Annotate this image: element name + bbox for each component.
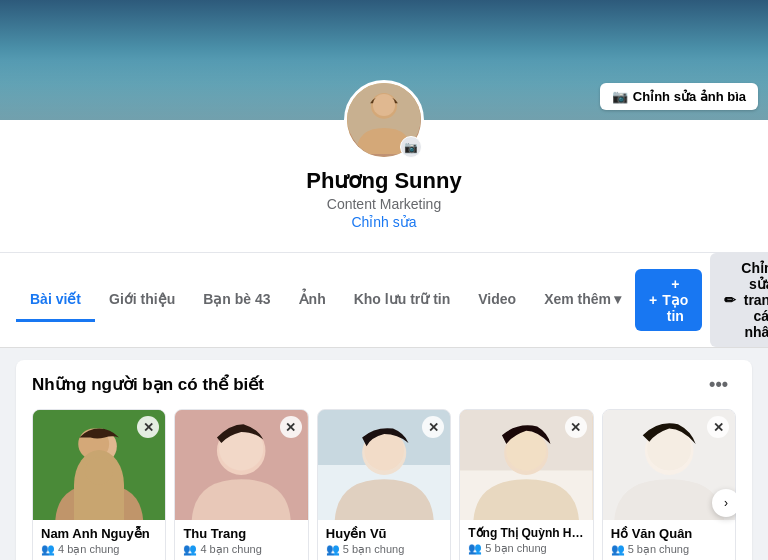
suggestions-more-button[interactable]: •••	[701, 372, 736, 397]
tab-friends[interactable]: Bạn bè 43	[189, 279, 284, 322]
remove-friend-5-button[interactable]: ✕	[707, 416, 729, 438]
next-suggestions-button[interactable]: ›	[712, 489, 736, 517]
friend-card: ✕ Huyền Vũ 👥 5 bạn chung + Thêm bạn bè	[317, 409, 451, 560]
avatar-camera-button[interactable]: 📷	[400, 136, 422, 158]
create-story-label: + Tạo tin	[662, 276, 688, 324]
friend-card: ✕ Thu Trang 👥 4 bạn chung + Thêm bạn bè	[174, 409, 308, 560]
profile-edit-link[interactable]: Chỉnh sửa	[351, 214, 416, 230]
profile-name: Phương Sunny	[306, 168, 461, 194]
edit-cover-label: Chỉnh sửa ảnh bìa	[633, 89, 746, 104]
friend-info-4: Tống Thị Quỳnh Hương 👥 5 bạn chung + Thê…	[460, 520, 592, 560]
pencil-icon: ✏	[724, 292, 736, 308]
profile-actions: + + Tạo tin ✏ Chỉnh sửa trang cá nhân ..…	[635, 253, 768, 347]
avatar-wrapper: 📷	[344, 80, 424, 160]
friend-info-5: Hồ Văn Quân 👥 5 bạn chung + Thêm bạn bè	[603, 520, 735, 560]
tab-reels[interactable]: Kho lưu trữ tin	[340, 279, 465, 322]
friend-name-4: Tống Thị Quỳnh Hương	[468, 526, 584, 540]
profile-bio: Content Marketing	[327, 196, 441, 212]
mutual-icon: 👥	[183, 543, 197, 556]
mutual-icon: 👥	[468, 542, 482, 555]
profile-nav: Bài viết Giới thiệu Bạn bè 43 Ảnh Kho lư…	[0, 252, 768, 347]
suggestions-section: Những người bạn có thể biết ••• ✕	[16, 360, 752, 560]
friend-mutual-4: 👥 5 bạn chung	[468, 542, 584, 555]
edit-cover-button[interactable]: 📷 Chỉnh sửa ảnh bìa	[600, 83, 758, 110]
friend-name-2: Thu Trang	[183, 526, 299, 541]
tab-posts[interactable]: Bài viết	[16, 279, 95, 322]
remove-friend-2-button[interactable]: ✕	[280, 416, 302, 438]
camera-icon: 📷	[612, 89, 628, 104]
tab-about[interactable]: Giới thiệu	[95, 279, 189, 322]
friend-mutual-5: 👥 5 bạn chung	[611, 543, 727, 556]
friend-card: ✕ Tống Thị Quỳnh Hương 👥 5 bạn chung + T…	[459, 409, 593, 560]
create-story-button[interactable]: + + Tạo tin	[635, 269, 702, 331]
plus-icon: +	[649, 292, 657, 308]
nav-tabs: Bài viết Giới thiệu Bạn bè 43 Ảnh Kho lư…	[16, 279, 635, 322]
friend-mutual-3: 👥 5 bạn chung	[326, 543, 442, 556]
edit-profile-label: Chỉnh sửa trang cá nhân	[741, 260, 768, 340]
friend-name-3: Huyền Vũ	[326, 526, 442, 541]
friend-mutual-1: 👥 4 bạn chung	[41, 543, 157, 556]
tab-photos[interactable]: Ảnh	[285, 279, 340, 322]
profile-section: 📷 Phương Sunny Content Marketing Chỉnh s…	[0, 120, 768, 348]
friend-mutual-2: 👥 4 bạn chung	[183, 543, 299, 556]
friend-info-2: Thu Trang 👥 4 bạn chung + Thêm bạn bè	[175, 520, 307, 560]
friend-card: ✕ Hồ Văn Quân 👥 5 bạn chung + Thêm bạn b…	[602, 409, 736, 560]
suggestions-title: Những người bạn có thể biết	[32, 374, 264, 395]
mutual-icon: 👥	[326, 543, 340, 556]
tab-more[interactable]: Xem thêm ▾	[530, 279, 635, 322]
friend-name-1: Nam Anh Nguyễn	[41, 526, 157, 541]
profile-header: 📷 Phương Sunny Content Marketing Chỉnh s…	[0, 120, 768, 242]
mutual-icon: 👥	[611, 543, 625, 556]
friend-name-5: Hồ Văn Quân	[611, 526, 727, 541]
remove-friend-4-button[interactable]: ✕	[565, 416, 587, 438]
mutual-icon: 👥	[41, 543, 55, 556]
main-content: Những người bạn có thể biết ••• ✕	[0, 348, 768, 560]
suggestions-header: Những người bạn có thể biết •••	[32, 372, 736, 397]
friend-info-1: Nam Anh Nguyễn 👥 4 bạn chung + Thêm bạn …	[33, 520, 165, 560]
friend-card: ✕ Nam Anh Nguyễn 👥 4 bạn chung + Thêm bạ…	[32, 409, 166, 560]
chevron-down-icon: ▾	[614, 291, 621, 307]
tab-video[interactable]: Video	[464, 279, 530, 322]
edit-profile-button[interactable]: ✏ Chỉnh sửa trang cá nhân	[710, 253, 768, 347]
friends-grid: ✕ Nam Anh Nguyễn 👥 4 bạn chung + Thêm bạ…	[32, 409, 736, 560]
svg-point-2	[373, 94, 395, 116]
friend-info-3: Huyền Vũ 👥 5 bạn chung + Thêm bạn bè	[318, 520, 450, 560]
